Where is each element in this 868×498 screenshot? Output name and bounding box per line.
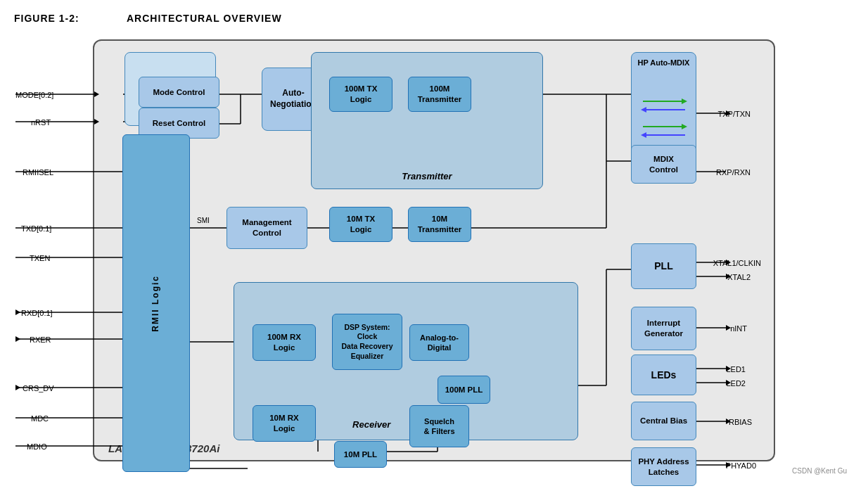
rx-100m-logic-block: 100M RXLogic [253,324,316,361]
figure-title: FIGURE 1-2: ARCHITECTURAL OVERVIEW [14,13,854,24]
management-control-block: ManagementControl [226,207,307,249]
figure-heading: ARCHITECTURAL OVERVIEW [127,13,282,24]
svg-marker-100 [641,107,646,113]
signal-nint: nINT [730,324,747,333]
signal-phyad0: PHYAD0 [726,461,756,470]
signal-crs-dv: CRS_DV [23,384,54,392]
smi-label: SMI [197,217,210,224]
signal-txp-txn: TXP/TXN [718,110,751,118]
rx-100m-pll-block: 100M PLL [438,376,490,404]
receiver-label: Receiver [352,419,390,430]
signal-rxer: RXER [30,336,51,344]
hp-mdix-green-arrows [639,96,689,115]
phy-address-latches-block: PHY AddressLatches [631,447,696,486]
mdix-control-block: MDIXControl [631,145,696,184]
tx-10m-logic-block: 10M TXLogic [329,207,392,242]
signal-rmiisel: RMIISEL [23,168,53,177]
page: FIGURE 1-2: ARCHITECTURAL OVERVIEW LAN87… [0,0,868,498]
central-bias-block: Central Bias [631,402,696,440]
svg-marker-17 [15,336,20,342]
signal-mode: MODE[0:2] [15,91,53,99]
svg-marker-15 [15,309,20,315]
signal-rbias: RBIAS [729,418,752,426]
signal-rxp-rxn: RXP/RXN [716,168,751,177]
svg-marker-104 [641,132,646,138]
transmitter-label: Transmitter [402,171,452,181]
interrupt-generator-block: InterruptGenerator [631,307,696,350]
diagram: LAN8720A/LAN8720Ai [15,32,853,479]
svg-marker-98 [682,98,687,104]
watermark: CSDN @Kent Gu [792,467,847,475]
rx-10m-logic-block: 10M RXLogic [253,405,316,442]
mode-control-block: Mode Control [139,77,219,108]
signal-mdc: MDC [31,414,49,423]
signal-led2: LED2 [726,379,746,388]
pll-block: PLL [631,243,696,289]
squelch-filters-block: Squelch& Filters [409,405,469,447]
tx-100m-logic-block: 100M TXLogic [329,77,392,112]
tx-100m-transmitter-block: 100MTransmitter [408,77,471,112]
leds-block: LEDs [631,355,696,395]
signal-xtal2: XTAL2 [727,273,751,281]
signal-mdio: MDIO [27,442,47,451]
signal-txen: TXEN [30,254,50,262]
rmii-logic-block: RMII Logic [122,134,190,472]
signal-led1: LED1 [726,365,746,374]
figure-label: FIGURE 1-2: [14,13,98,24]
hp-auto-mdix-title: HP Auto-MDIX [638,58,690,67]
svg-marker-102 [682,124,687,129]
dsp-system-block: DSP System:ClockData RecoveryEqualizer [332,314,402,370]
signal-rxd: RXD[0:1] [21,309,53,317]
rx-10m-pll-block: 10M PLL [334,441,387,468]
transmitter-group: Transmitter [311,52,543,189]
svg-marker-19 [15,385,20,390]
tx-10m-transmitter-block: 10MTransmitter [408,207,471,242]
signal-txd: TXD[0:1] [21,224,51,233]
hp-mdix-blue-arrows [639,121,689,141]
analog-to-digital-block: Analog-to-Digital [409,324,469,361]
signal-xtal1: XTAL1/CLKIN [713,259,761,267]
signal-nrst: nRST [31,118,51,127]
